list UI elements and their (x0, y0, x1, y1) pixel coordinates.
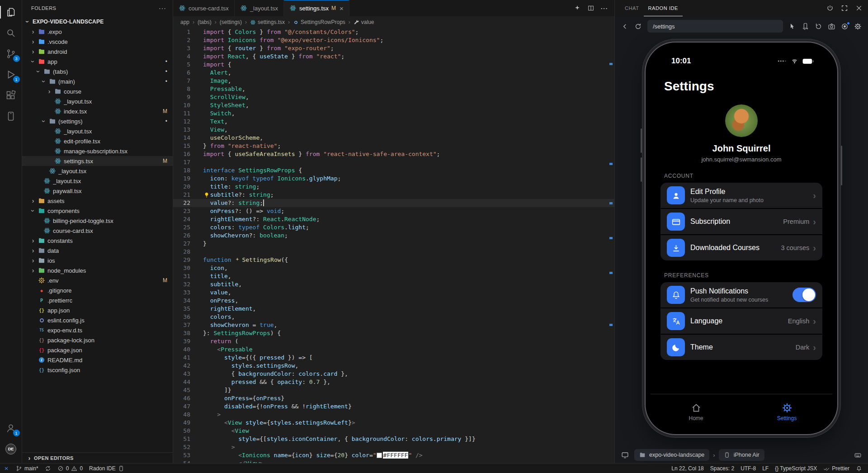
close-panel-icon[interactable] (855, 5, 863, 12)
file-item-manage-subscription-tsx[interactable]: manage-subscription.tsx (22, 146, 173, 156)
status-indentation[interactable]: Spaces: 2 (707, 464, 737, 473)
file-item-eslint-config-js[interactable]: eslint.config.js (22, 315, 173, 325)
folder-item-expo-video-landscape[interactable]: ›EXPO-VIDEO-LANDSCAPE (22, 17, 173, 27)
folder-item-ios[interactable]: ›ios (22, 255, 173, 265)
project-selector[interactable]: expo-video-landscape (634, 449, 709, 461)
status-git-branch[interactable]: main* (13, 464, 42, 473)
status-remote[interactable] (0, 464, 13, 473)
sparkle-icon[interactable] (235, 257, 240, 262)
breadcrumb-item-tabs[interactable]: (tabs) (198, 19, 212, 25)
expand-icon[interactable] (841, 5, 848, 12)
status-formatter[interactable]: Prettier (820, 464, 853, 473)
tab-course-card-tsx[interactable]: course-card.tsx (173, 0, 235, 16)
panel-tab-radon-ide[interactable]: RADON IDE (644, 0, 683, 16)
phone-screen[interactable]: 10:01 Settings John Squirrel john.squi (651, 47, 832, 429)
open-editors-section[interactable]: › OPEN EDITORS (22, 452, 173, 463)
status-encoding[interactable]: UTF-8 (737, 464, 759, 473)
folder-item-components[interactable]: ›components (22, 206, 173, 216)
breadcrumb-item-settings-tsx[interactable]: settings.tsx (250, 19, 285, 25)
file-item-course-card-tsx[interactable]: course-card.tsx (22, 226, 173, 236)
folder-item-android[interactable]: ›android (22, 47, 173, 57)
file-item-package-lock-json[interactable]: {}package-lock.json (22, 335, 173, 345)
folder-item-course[interactable]: ›course (22, 86, 173, 96)
status-problems[interactable]: 00 (54, 464, 86, 473)
breadcrumb-item-app[interactable]: app (180, 19, 189, 25)
lightbulb-icon[interactable] (203, 192, 210, 198)
breadcrumb-item-value[interactable]: value (354, 19, 374, 25)
file-item-tsconfig-json[interactable]: {}tsconfig.json (22, 365, 173, 375)
file-item-layout-tsx[interactable]: _layout.tsx (22, 166, 173, 176)
status-eol[interactable]: LF (759, 464, 772, 473)
file-item-settings-tsx[interactable]: settings.tsxM (22, 156, 173, 166)
settings-row-edit-profile[interactable]: Edit ProfileUpdate your name and photo› (660, 183, 822, 208)
file-item-billing-period-toggle-tsx[interactable]: billing-period-toggle.tsx (22, 216, 173, 226)
file-item-gitignore[interactable]: ◆.gitignore (22, 285, 173, 295)
file-item-index-tsx[interactable]: index.tsxM (22, 106, 173, 116)
code-editor[interactable]: 1import { Colors } from "@/constants/Col… (173, 28, 614, 463)
file-item-expo-env-d-ts[interactable]: TSexpo-env.d.ts (22, 325, 173, 335)
sidebar-more-icon[interactable]: ··· (159, 5, 166, 12)
panel-tab-chat[interactable]: CHAT (620, 0, 644, 16)
screenshot-icon[interactable] (828, 23, 835, 30)
search-icon[interactable] (0, 23, 22, 43)
status-radon-ide[interactable]: Radon IDE (86, 464, 127, 473)
avatar[interactable] (725, 104, 758, 137)
breadcrumb-item-settingsrowprops[interactable]: SettingsRowProps (293, 19, 345, 25)
radon-preview-icon[interactable] (574, 5, 581, 12)
record-icon[interactable] (841, 23, 849, 30)
folder-item-expo[interactable]: ›.expo (22, 27, 173, 37)
breadcrumb-item-settings[interactable]: (settings) (220, 19, 242, 25)
phone-tab-home[interactable]: Home (651, 394, 741, 429)
rotate-device-icon[interactable] (802, 23, 809, 30)
keyboard-icon[interactable] (854, 451, 862, 459)
settings-row-push-notifications[interactable]: Push NotificationsGet notified about new… (660, 282, 822, 307)
screen-share-icon[interactable] (621, 451, 629, 459)
tab-layout-tsx[interactable]: _layout.tsx (235, 0, 284, 16)
file-item-layout-tsx[interactable]: _layout.tsx (22, 176, 173, 186)
status-cursor-position[interactable]: Ln 22, Col 18 (668, 464, 707, 473)
status-language-mode[interactable]: {} TypeScript JSX (772, 464, 820, 473)
status-notifications[interactable] (853, 464, 865, 473)
file-item-prettierrc[interactable]: P.prettierrc (22, 295, 173, 305)
source-control-icon[interactable]: 3 (0, 43, 22, 64)
profile-icon[interactable]: DE (0, 439, 22, 459)
replay-icon[interactable] (815, 23, 822, 30)
explorer-icon[interactable] (0, 2, 22, 23)
device-settings-icon[interactable] (854, 23, 862, 30)
phone-tab-settings[interactable]: Settings (741, 394, 832, 429)
folder-item-assets[interactable]: ›assets (22, 196, 173, 206)
folder-item-tabs[interactable]: ›(tabs)• (22, 66, 173, 76)
accounts-icon[interactable]: 1 (0, 418, 22, 439)
run-debug-icon[interactable]: 1 (0, 64, 22, 85)
settings-row-subscription[interactable]: SubscriptionPremium› (660, 209, 822, 234)
file-item-package-json[interactable]: {}package.json (22, 345, 173, 355)
extensions-icon[interactable] (0, 85, 22, 106)
file-item-layout-tsx[interactable]: _layout.tsx (22, 126, 173, 136)
settings-row-downloaded-courses[interactable]: Downloaded Courses3 courses› (660, 235, 822, 260)
file-item-layout-tsx[interactable]: _layout.tsx (22, 96, 173, 106)
settings-row-language[interactable]: LanguageEnglish› (660, 308, 822, 334)
back-icon[interactable] (621, 23, 629, 30)
radon-ide-icon[interactable] (0, 106, 22, 127)
inspect-pointer-icon[interactable] (788, 23, 796, 30)
settings-row-theme[interactable]: ThemeDark› (660, 335, 822, 360)
file-item-env[interactable]: .envM (22, 275, 173, 285)
reload-icon[interactable] (634, 23, 642, 30)
folder-item-app[interactable]: ›app• (22, 57, 173, 66)
folder-item-settings[interactable]: ›(settings)• (22, 116, 173, 126)
file-item-app-json[interactable]: {}app.json (22, 305, 173, 315)
power-icon[interactable] (826, 5, 834, 12)
file-item-paywall-tsx[interactable]: paywall.tsx (22, 186, 173, 196)
device-selector[interactable]: iPhone Air (719, 449, 764, 461)
split-editor-icon[interactable] (587, 5, 594, 12)
status-sync[interactable] (42, 464, 54, 473)
file-item-readme-md[interactable]: iREADME.md (22, 355, 173, 365)
folder-item-node-modules[interactable]: ›node_modules (22, 265, 173, 275)
tab-settings-tsx[interactable]: settings.tsxM× (284, 0, 349, 16)
overview-ruler[interactable] (608, 28, 614, 463)
file-item-edit-profile-tsx[interactable]: edit-profile.tsx (22, 136, 173, 146)
url-input[interactable] (647, 20, 783, 33)
folder-item-vscode[interactable]: ›.vscode (22, 37, 173, 47)
folder-item-constants[interactable]: ›constants (22, 236, 173, 246)
folder-item-data[interactable]: ›data (22, 246, 173, 255)
